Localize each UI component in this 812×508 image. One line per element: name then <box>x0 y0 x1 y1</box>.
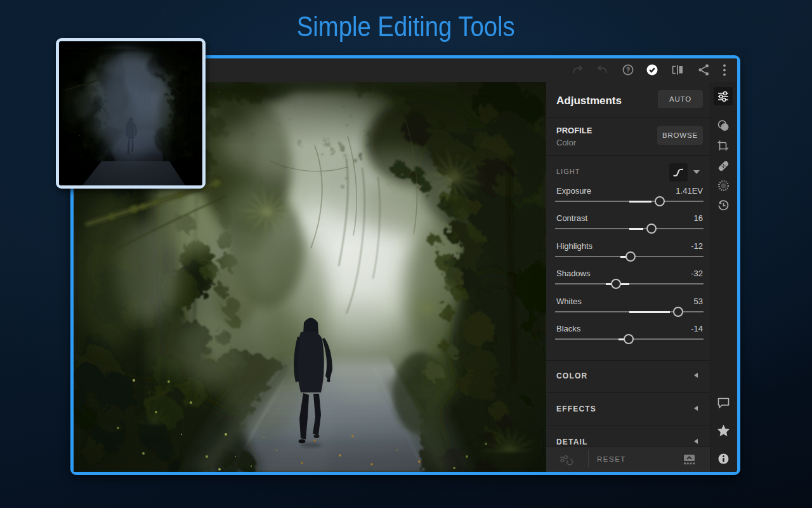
svg-text:?: ? <box>626 66 630 74</box>
